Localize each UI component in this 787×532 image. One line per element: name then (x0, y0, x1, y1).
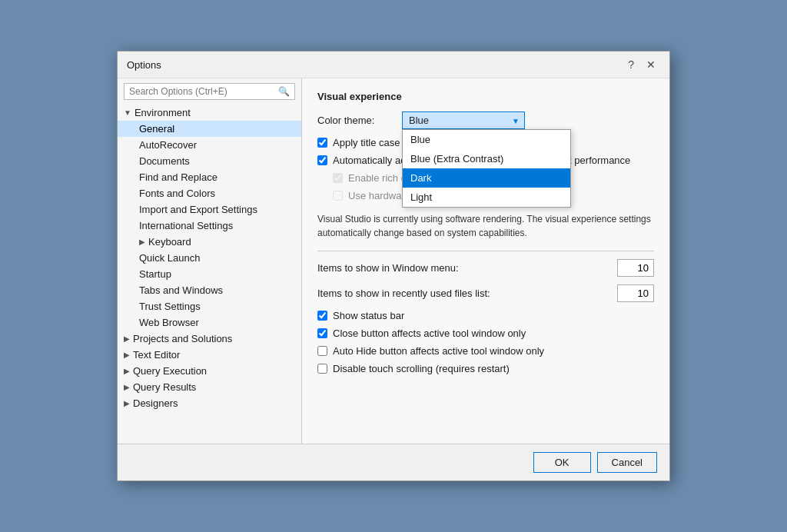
color-theme-value: Blue (409, 115, 429, 126)
tree-label-general: General (139, 123, 174, 135)
checkbox-disable-touch: Disable touch scrolling (requires restar… (317, 363, 654, 374)
spinbox-recent-files-input[interactable] (617, 284, 654, 302)
checkbox-rich-client-input[interactable] (333, 173, 343, 183)
tree-label-keyboard: Keyboard (148, 236, 191, 248)
expand-arrow-environment: ▼ (124, 108, 131, 117)
tree-label-fonts-colors: Fonts and Colors (139, 188, 215, 199)
description-text: Visual Studio is currently using softwar… (317, 212, 654, 240)
title-bar: Options ? ✕ (118, 52, 669, 78)
tree-label-web-browser: Web Browser (139, 317, 199, 328)
color-theme-row: Color theme: Blue ▼ Blue Blue (Extra Con… (317, 111, 654, 129)
tree-item-find-replace[interactable]: Find and Replace (118, 169, 301, 185)
help-button[interactable]: ? (623, 58, 639, 71)
tree: ▼ Environment General AutoRecover Docume… (118, 105, 301, 444)
dropdown-item-dark[interactable]: Dark (403, 168, 570, 188)
dropdown-item-blue[interactable]: Blue (403, 130, 570, 149)
checkbox-disable-touch-input[interactable] (317, 364, 327, 374)
search-icon: 🔍 (278, 86, 290, 97)
tree-item-keyboard[interactable]: ▶ Keyboard (118, 234, 301, 250)
tree-item-web-browser[interactable]: Web Browser (118, 314, 301, 331)
dialog-title: Options (127, 59, 161, 71)
tree-label-query-results: Query Results (133, 381, 196, 393)
checkbox-close-btn-label: Close button affects active tool window … (333, 328, 526, 339)
ok-button[interactable]: OK (533, 452, 591, 473)
tree-item-text-editor[interactable]: ▶ Text Editor (118, 347, 301, 363)
tree-item-projects-solutions[interactable]: ▶ Projects and Solutions (118, 331, 301, 347)
tree-item-international[interactable]: International Settings (118, 218, 301, 234)
tree-label-quick-launch: Quick Launch (139, 252, 201, 264)
checkbox-auto-adjust-input[interactable] (317, 155, 327, 165)
dropdown-item-light[interactable]: Light (403, 188, 570, 207)
checkbox-hw-accel-input[interactable] (333, 191, 343, 201)
spinbox-recent-files: Items to show in recently used files lis… (317, 284, 654, 302)
checkbox-close-btn-input[interactable] (317, 328, 327, 338)
checkbox-show-status-input[interactable] (317, 311, 327, 321)
dialog-body: 🔍 ▼ Environment General AutoRecover Docu… (118, 78, 669, 444)
spinbox-window-menu-input[interactable] (617, 259, 654, 277)
checkbox-close-btn: Close button affects active tool window … (317, 328, 654, 339)
tree-item-trust-settings[interactable]: Trust Settings (118, 298, 301, 314)
tree-label-environment: Environment (134, 107, 191, 118)
tree-item-documents[interactable]: Documents (118, 153, 301, 169)
tree-item-general[interactable]: General (118, 121, 301, 137)
spinbox-recent-files-label: Items to show in recently used files lis… (317, 288, 617, 299)
tree-item-query-execution[interactable]: ▶ Query Execution (118, 363, 301, 379)
expand-arrow-query-results: ▶ (124, 383, 130, 391)
checkbox-title-case-input[interactable] (317, 138, 327, 148)
color-theme-menu: Blue Blue (Extra Contrast) Dark Light (402, 129, 571, 208)
expand-arrow-designers: ▶ (124, 399, 130, 407)
title-bar-controls: ? ✕ (623, 58, 660, 71)
expand-arrow-query-execution: ▶ (124, 367, 130, 375)
tree-label-startup: Startup (139, 268, 171, 280)
tree-item-quick-launch[interactable]: Quick Launch (118, 250, 301, 266)
tree-label-autorecover: AutoRecover (139, 139, 197, 151)
tree-item-autorecover[interactable]: AutoRecover (118, 137, 301, 153)
right-panel: Visual experience Color theme: Blue ▼ Bl… (302, 78, 669, 444)
tree-label-international: International Settings (139, 220, 233, 231)
tree-label-text-editor: Text Editor (133, 349, 180, 361)
tree-label-documents: Documents (139, 155, 190, 167)
color-theme-label: Color theme: (317, 115, 394, 126)
tree-item-startup[interactable]: Startup (118, 266, 301, 282)
cancel-button[interactable]: Cancel (597, 452, 657, 473)
checkbox-auto-hide-input[interactable] (317, 346, 327, 356)
tree-label-query-execution: Query Execution (133, 365, 207, 377)
tree-item-tabs-windows[interactable]: Tabs and Windows (118, 282, 301, 298)
tree-label-designers: Designers (133, 397, 178, 409)
expand-arrow-keyboard: ▶ (139, 238, 145, 246)
search-box[interactable]: 🔍 (124, 83, 295, 100)
tree-item-fonts-colors[interactable]: Fonts and Colors (118, 185, 301, 201)
tree-item-designers[interactable]: ▶ Designers (118, 395, 301, 411)
tree-item-import-export[interactable]: Import and Export Settings (118, 201, 301, 218)
tree-item-query-results[interactable]: ▶ Query Results (118, 379, 301, 395)
close-button[interactable]: ✕ (642, 58, 660, 71)
spinbox-window-menu: Items to show in Window menu: (317, 259, 654, 277)
divider-1 (317, 251, 654, 251)
checkbox-auto-hide-label: Auto Hide button affects active tool win… (333, 345, 544, 357)
tree-label-projects-solutions: Projects and Solutions (133, 333, 232, 344)
color-theme-dropdown-wrapper: Blue ▼ Blue Blue (Extra Contrast) Dark L… (402, 111, 525, 129)
color-theme-select[interactable]: Blue ▼ (402, 111, 525, 129)
tree-label-import-export: Import and Export Settings (139, 204, 257, 215)
spinbox-window-menu-label: Items to show in Window menu: (317, 262, 617, 274)
left-panel: 🔍 ▼ Environment General AutoRecover Docu… (118, 78, 302, 444)
tree-label-tabs-windows: Tabs and Windows (139, 284, 223, 296)
dropdown-chevron-icon: ▼ (512, 116, 520, 125)
expand-arrow-projects: ▶ (124, 334, 130, 343)
bottom-bar: OK Cancel (118, 444, 669, 480)
options-dialog: Options ? ✕ 🔍 ▼ Environment General (117, 51, 670, 481)
tree-label-trust-settings: Trust Settings (139, 301, 201, 312)
expand-arrow-text-editor: ▶ (124, 351, 130, 359)
checkbox-show-status: Show status bar (317, 310, 654, 321)
search-input[interactable] (129, 86, 278, 97)
section-title: Visual experience (317, 91, 654, 102)
tree-item-environment[interactable]: ▼ Environment (118, 105, 301, 121)
checkbox-show-status-label: Show status bar (333, 310, 404, 321)
checkbox-auto-hide: Auto Hide button affects active tool win… (317, 345, 654, 357)
tree-label-find-replace: Find and Replace (139, 171, 218, 183)
dropdown-item-blue-extra-contrast[interactable]: Blue (Extra Contrast) (403, 149, 570, 168)
checkbox-disable-touch-label: Disable touch scrolling (requires restar… (333, 363, 510, 374)
